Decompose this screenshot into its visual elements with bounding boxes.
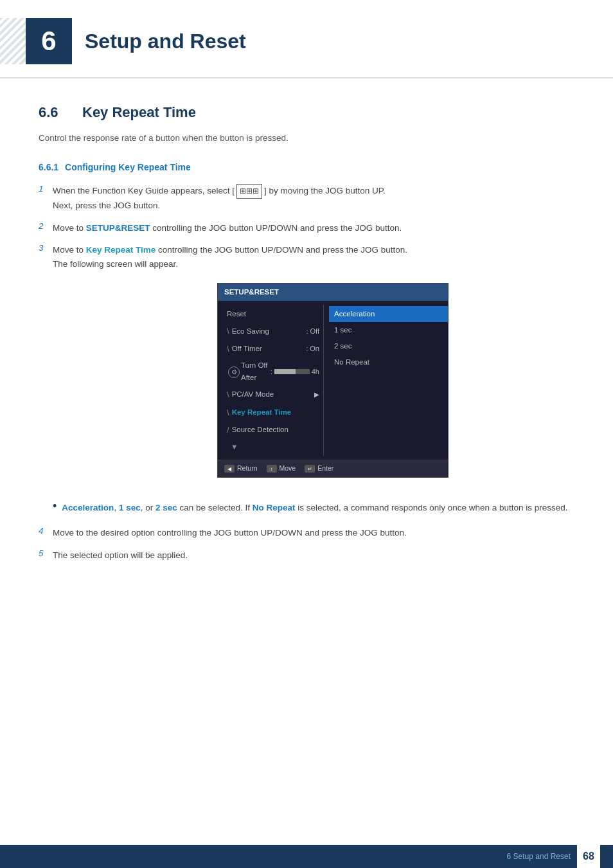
- subsection-number: 6.6.1: [39, 162, 58, 172]
- section-heading: 6.6 Key Repeat Time: [39, 104, 574, 121]
- one-sec-option-label: 1 sec: [119, 503, 141, 512]
- step-3-content: Move to Key Repeat Time controlling the …: [53, 243, 574, 489]
- bottom-bar-enter: ↵ Enter: [305, 463, 333, 474]
- eco-saving-value: : Off: [306, 325, 319, 337]
- off-timer-value: : On: [306, 343, 319, 354]
- bullet-section: • Acceleration, 1 sec, or 2 sec can be s…: [53, 501, 574, 515]
- reset-label: Reset: [227, 308, 246, 320]
- step-5-content: The selected option will be applied.: [53, 548, 574, 563]
- menu-option-no-repeat: No Repeat: [329, 354, 448, 370]
- menu-bottom-bar: ◀ Return ↕ Move ↵ Enter: [218, 460, 448, 476]
- slash-icon-2: \: [227, 342, 229, 356]
- step-5: 5 The selected option will be applied.: [39, 548, 574, 563]
- menu-item-eco-saving: \ Eco Saving : Off: [224, 322, 323, 339]
- step-3: 3 Move to Key Repeat Time controlling th…: [39, 243, 574, 489]
- menu-item-turn-off-after: ⚙ Turn Off After : 4h: [224, 357, 323, 386]
- menu-item-more: ▼: [224, 439, 323, 455]
- function-key-icon: ⊞⊞⊞: [236, 184, 262, 199]
- steps-list-2: 4 Move to the desired option controlling…: [39, 526, 574, 563]
- bullet-text: Acceleration, 1 sec, or 2 sec can be sel…: [62, 501, 567, 515]
- menu-body: Reset \ Eco Saving : Off \ Off Timer: [218, 301, 448, 460]
- chapter-title: Setup and Reset: [85, 30, 246, 53]
- key-repeat-time-menu-label: Key Repeat Time: [232, 406, 291, 419]
- step-5-number: 5: [39, 548, 53, 558]
- step-1: 1 When the Function Key Guide appears, s…: [39, 184, 574, 213]
- step-2-content: Move to SETUP&RESET controlling the JOG …: [53, 221, 574, 235]
- step-1-number: 1: [39, 184, 53, 194]
- progress-bar: [274, 369, 310, 374]
- move-label: Move: [280, 463, 296, 474]
- step-4-content: Move to the desired option controlling t…: [53, 526, 574, 540]
- step-2-number: 2: [39, 221, 53, 231]
- menu-box: SETUP&RESET Reset \ Eco Saving :: [217, 283, 449, 477]
- bottom-bar-move: ↕ Move: [267, 463, 296, 474]
- slash-icon-3: \: [227, 388, 229, 401]
- step-4: 4 Move to the desired option controlling…: [39, 526, 574, 540]
- step-3-number: 3: [39, 243, 53, 253]
- menu-left-column: Reset \ Eco Saving : Off \ Off Timer: [218, 305, 324, 456]
- step-2: 2 Move to SETUP&RESET controlling the JO…: [39, 221, 574, 235]
- bullet-dot: •: [53, 500, 57, 514]
- menu-right-column: Acceleration 1 sec 2 sec No Repeat: [324, 305, 448, 456]
- gear-icon: ⚙: [228, 366, 240, 378]
- footer-chapter-label: 6 Setup and Reset: [507, 852, 571, 861]
- pcav-mode-label: PC/AV Mode: [232, 388, 274, 401]
- menu-item-pcav-mode: \ PC/AV Mode ▶: [224, 386, 323, 403]
- menu-option-1sec: 1 sec: [329, 322, 448, 338]
- menu-item-reset: Reset: [224, 306, 323, 322]
- two-sec-option-label: 2 sec: [155, 503, 177, 512]
- off-timer-label: Off Timer: [232, 343, 262, 355]
- no-repeat-option-label: No Repeat: [253, 503, 296, 512]
- return-label: Return: [237, 463, 258, 474]
- enter-label: Enter: [317, 463, 333, 474]
- menu-option-acceleration: Acceleration: [329, 306, 448, 322]
- chapter-number: 6: [41, 26, 56, 57]
- page-footer: 6 Setup and Reset 68: [0, 845, 613, 868]
- step-4-number: 4: [39, 526, 53, 536]
- progress-bar-fill: [274, 369, 296, 374]
- turn-off-after-label: Turn Off After: [241, 359, 271, 384]
- gear-indicator: ⚙: [228, 366, 244, 378]
- section-description: Control the response rate of a button wh…: [39, 131, 574, 145]
- menu-option-2sec: 2 sec: [329, 338, 448, 354]
- menu-item-key-repeat-time: \ Key Repeat Time: [224, 404, 323, 421]
- chapter-number-box: 6: [26, 18, 72, 64]
- menu-title-bar: SETUP&RESET: [218, 284, 448, 301]
- menu-item-off-timer: \ Off Timer : On: [224, 340, 323, 357]
- section-number: 6.6: [39, 104, 71, 121]
- main-content: 6.6 Key Repeat Time Control the response…: [0, 85, 613, 600]
- arrow-right-icon: ▶: [314, 390, 319, 401]
- turn-off-after-value: : 4h: [271, 366, 319, 377]
- key-repeat-time-label: Key Repeat Time: [86, 245, 156, 255]
- step-1-content: When the Function Key Guide appears, sel…: [53, 184, 574, 213]
- slash-icon-1: \: [227, 324, 229, 338]
- setup-reset-label: SETUP&RESET: [86, 223, 150, 233]
- subsection-title: Configuring Key Repeat Time: [65, 162, 191, 172]
- section-title: Key Repeat Time: [82, 104, 196, 121]
- menu-screenshot: SETUP&RESET Reset \ Eco Saving :: [91, 283, 574, 477]
- steps-list: 1 When the Function Key Guide appears, s…: [39, 184, 574, 489]
- enter-icon: ↵: [305, 465, 315, 473]
- footer-page-number: 68: [577, 845, 600, 868]
- slash-icon-4: \: [227, 406, 229, 419]
- chapter-header: 6 Setup and Reset: [0, 0, 613, 78]
- menu-item-source-detection: / Source Detection: [224, 421, 323, 439]
- move-icon: ↕: [267, 465, 277, 473]
- source-detection-label: Source Detection: [232, 424, 289, 436]
- eco-saving-label: Eco Saving: [232, 325, 269, 338]
- subsection-heading: 6.6.1 Configuring Key Repeat Time: [39, 162, 574, 172]
- bullet-item: • Acceleration, 1 sec, or 2 sec can be s…: [53, 501, 574, 515]
- bottom-bar-return: ◀ Return: [224, 463, 258, 474]
- slash-icon-5: /: [227, 423, 229, 437]
- return-icon: ◀: [224, 465, 235, 473]
- acceleration-option-label: Acceleration: [62, 503, 114, 512]
